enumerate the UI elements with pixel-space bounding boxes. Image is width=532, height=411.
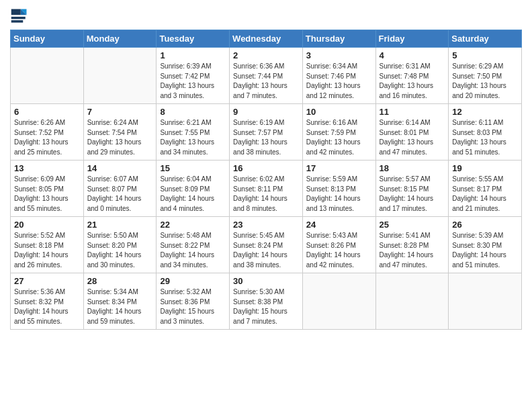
weekday-header: Saturday	[449, 30, 522, 48]
day-number: 29	[160, 276, 226, 286]
day-number: 21	[87, 220, 153, 230]
calendar-header: SundayMondayTuesdayWednesdayThursdayFrid…	[11, 30, 522, 48]
calendar-cell: 29Sunrise: 5:32 AM Sunset: 8:36 PM Dayli…	[157, 273, 230, 330]
day-info: Sunrise: 5:59 AM Sunset: 8:13 PM Dayligh…	[306, 175, 372, 214]
calendar-week-row: 6Sunrise: 6:26 AM Sunset: 7:52 PM Daylig…	[11, 104, 522, 161]
day-info: Sunrise: 6:26 AM Sunset: 7:52 PM Dayligh…	[14, 118, 80, 157]
day-number: 18	[380, 163, 445, 173]
day-info: Sunrise: 6:36 AM Sunset: 7:44 PM Dayligh…	[233, 62, 299, 101]
calendar-cell	[11, 48, 84, 104]
day-number: 6	[14, 107, 80, 117]
day-info: Sunrise: 6:16 AM Sunset: 7:59 PM Dayligh…	[306, 118, 372, 157]
day-number: 28	[87, 276, 153, 286]
day-info: Sunrise: 5:43 AM Sunset: 8:26 PM Dayligh…	[306, 231, 372, 270]
calendar-cell: 26Sunrise: 5:39 AM Sunset: 8:30 PM Dayli…	[449, 217, 522, 273]
calendar-week-row: 20Sunrise: 5:52 AM Sunset: 8:18 PM Dayli…	[11, 217, 522, 273]
day-number: 23	[233, 220, 299, 230]
calendar-cell: 19Sunrise: 5:55 AM Sunset: 8:17 PM Dayli…	[449, 161, 522, 217]
calendar-cell: 2Sunrise: 6:36 AM Sunset: 7:44 PM Daylig…	[230, 48, 303, 104]
day-info: Sunrise: 6:39 AM Sunset: 7:42 PM Dayligh…	[160, 62, 226, 101]
calendar-cell: 9Sunrise: 6:19 AM Sunset: 7:57 PM Daylig…	[230, 104, 303, 161]
day-info: Sunrise: 5:52 AM Sunset: 8:18 PM Dayligh…	[14, 231, 80, 270]
calendar-body: 1Sunrise: 6:39 AM Sunset: 7:42 PM Daylig…	[11, 48, 522, 330]
day-info: Sunrise: 6:19 AM Sunset: 7:57 PM Dayligh…	[233, 118, 299, 157]
day-number: 16	[233, 163, 299, 173]
day-info: Sunrise: 5:45 AM Sunset: 8:24 PM Dayligh…	[233, 231, 299, 270]
day-number: 1	[160, 50, 226, 60]
day-info: Sunrise: 5:50 AM Sunset: 8:20 PM Dayligh…	[87, 231, 153, 270]
calendar-cell	[302, 273, 375, 330]
day-info: Sunrise: 6:14 AM Sunset: 8:01 PM Dayligh…	[380, 118, 445, 157]
logo-icon	[10, 7, 29, 26]
calendar-cell: 23Sunrise: 5:45 AM Sunset: 8:24 PM Dayli…	[230, 217, 303, 273]
calendar-cell: 14Sunrise: 6:07 AM Sunset: 8:07 PM Dayli…	[83, 161, 157, 217]
day-info: Sunrise: 6:07 AM Sunset: 8:07 PM Dayligh…	[87, 175, 153, 214]
weekday-header: Friday	[375, 30, 449, 48]
day-number: 25	[380, 220, 445, 230]
calendar-cell: 5Sunrise: 6:29 AM Sunset: 7:50 PM Daylig…	[449, 48, 522, 104]
calendar-cell: 21Sunrise: 5:50 AM Sunset: 8:20 PM Dayli…	[83, 217, 157, 273]
calendar-cell: 6Sunrise: 6:26 AM Sunset: 7:52 PM Daylig…	[11, 104, 84, 161]
calendar-cell	[83, 48, 157, 104]
day-info: Sunrise: 5:39 AM Sunset: 8:30 PM Dayligh…	[452, 231, 518, 270]
page-header	[10, 7, 522, 26]
day-number: 9	[233, 107, 299, 117]
day-number: 26	[452, 220, 518, 230]
calendar-cell: 11Sunrise: 6:14 AM Sunset: 8:01 PM Dayli…	[375, 104, 449, 161]
day-number: 24	[306, 220, 372, 230]
day-number: 20	[14, 220, 80, 230]
calendar-cell	[375, 273, 449, 330]
day-number: 11	[380, 107, 445, 117]
calendar-cell	[449, 273, 522, 330]
day-number: 5	[452, 50, 518, 60]
day-info: Sunrise: 6:11 AM Sunset: 8:03 PM Dayligh…	[452, 118, 518, 157]
day-number: 14	[87, 163, 153, 173]
day-info: Sunrise: 6:02 AM Sunset: 8:11 PM Dayligh…	[233, 175, 299, 214]
day-number: 8	[160, 107, 226, 117]
day-info: Sunrise: 5:30 AM Sunset: 8:38 PM Dayligh…	[233, 287, 299, 326]
calendar-cell: 16Sunrise: 6:02 AM Sunset: 8:11 PM Dayli…	[230, 161, 303, 217]
calendar-cell: 15Sunrise: 6:04 AM Sunset: 8:09 PM Dayli…	[157, 161, 230, 217]
day-number: 15	[160, 163, 226, 173]
calendar-cell: 25Sunrise: 5:41 AM Sunset: 8:28 PM Dayli…	[375, 217, 449, 273]
calendar-cell: 27Sunrise: 5:36 AM Sunset: 8:32 PM Dayli…	[11, 273, 84, 330]
calendar-cell: 4Sunrise: 6:31 AM Sunset: 7:48 PM Daylig…	[375, 48, 449, 104]
svg-rect-3	[11, 9, 21, 15]
calendar-cell: 7Sunrise: 6:24 AM Sunset: 7:54 PM Daylig…	[83, 104, 157, 161]
day-info: Sunrise: 5:57 AM Sunset: 8:15 PM Dayligh…	[380, 175, 445, 214]
svg-rect-4	[11, 17, 26, 19]
weekday-header: Monday	[83, 30, 157, 48]
day-info: Sunrise: 5:32 AM Sunset: 8:36 PM Dayligh…	[160, 287, 226, 326]
day-number: 13	[14, 163, 80, 173]
day-number: 12	[452, 107, 518, 117]
calendar-table: SundayMondayTuesdayWednesdayThursdayFrid…	[10, 30, 522, 330]
day-info: Sunrise: 6:29 AM Sunset: 7:50 PM Dayligh…	[452, 62, 518, 101]
calendar-week-row: 27Sunrise: 5:36 AM Sunset: 8:32 PM Dayli…	[11, 273, 522, 330]
day-number: 3	[306, 50, 372, 60]
day-info: Sunrise: 5:36 AM Sunset: 8:32 PM Dayligh…	[14, 287, 80, 326]
calendar-cell: 22Sunrise: 5:48 AM Sunset: 8:22 PM Dayli…	[157, 217, 230, 273]
day-number: 17	[306, 163, 372, 173]
weekday-header: Tuesday	[157, 30, 230, 48]
calendar-cell: 17Sunrise: 5:59 AM Sunset: 8:13 PM Dayli…	[302, 161, 375, 217]
day-number: 30	[233, 276, 299, 286]
day-info: Sunrise: 5:41 AM Sunset: 8:28 PM Dayligh…	[380, 231, 445, 270]
calendar-cell: 1Sunrise: 6:39 AM Sunset: 7:42 PM Daylig…	[157, 48, 230, 104]
svg-rect-5	[11, 20, 24, 23]
day-info: Sunrise: 6:21 AM Sunset: 7:55 PM Dayligh…	[160, 118, 226, 157]
calendar-cell: 12Sunrise: 6:11 AM Sunset: 8:03 PM Dayli…	[449, 104, 522, 161]
day-number: 10	[306, 107, 372, 117]
calendar-cell: 13Sunrise: 6:09 AM Sunset: 8:05 PM Dayli…	[11, 161, 84, 217]
day-info: Sunrise: 6:04 AM Sunset: 8:09 PM Dayligh…	[160, 175, 226, 214]
calendar-cell: 24Sunrise: 5:43 AM Sunset: 8:26 PM Dayli…	[302, 217, 375, 273]
weekday-row: SundayMondayTuesdayWednesdayThursdayFrid…	[11, 30, 522, 48]
calendar-cell: 10Sunrise: 6:16 AM Sunset: 7:59 PM Dayli…	[302, 104, 375, 161]
logo	[10, 7, 32, 26]
calendar-cell: 20Sunrise: 5:52 AM Sunset: 8:18 PM Dayli…	[11, 217, 84, 273]
calendar-week-row: 13Sunrise: 6:09 AM Sunset: 8:05 PM Dayli…	[11, 161, 522, 217]
day-number: 27	[14, 276, 80, 286]
day-number: 7	[87, 107, 153, 117]
calendar-cell: 18Sunrise: 5:57 AM Sunset: 8:15 PM Dayli…	[375, 161, 449, 217]
day-number: 4	[380, 50, 445, 60]
day-info: Sunrise: 6:31 AM Sunset: 7:48 PM Dayligh…	[380, 62, 445, 101]
